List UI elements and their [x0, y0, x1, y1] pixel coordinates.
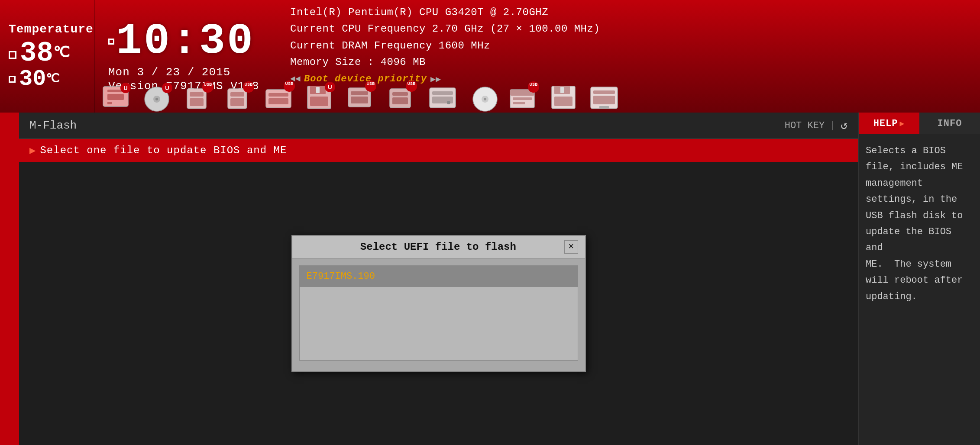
- svg-rect-39: [392, 97, 408, 104]
- tab-info-label: INFO: [938, 118, 962, 129]
- boot-icon-5[interactable]: USB: [262, 80, 301, 113]
- left-sidebar-strip: [0, 113, 19, 445]
- sysinfo-line4: Memory Size : 4096 MB: [290, 54, 967, 71]
- svg-rect-52: [513, 102, 525, 104]
- svg-rect-17: [230, 92, 244, 97]
- panel-content: Select UEFI file to flash × E7917IMS.190: [19, 162, 858, 445]
- dialog-title: Select UEFI file to flash: [312, 241, 565, 253]
- svg-rect-2: [107, 94, 124, 100]
- svg-text:USB: USB: [366, 81, 375, 86]
- svg-rect-23: [268, 98, 288, 104]
- temperature-label: Temperature: [9, 23, 94, 36]
- svg-rect-61: [593, 96, 615, 104]
- mobo-temp-display: 30 ℃: [9, 68, 59, 90]
- clock-display: 10:30: [108, 20, 255, 63]
- dialog-close-button[interactable]: ×: [564, 240, 578, 254]
- right-tabs: HELP ▶ INFO: [859, 113, 980, 134]
- svg-text:U: U: [165, 85, 169, 91]
- breadcrumb-arrow-icon: ▶: [29, 144, 36, 157]
- svg-text:U: U: [328, 84, 332, 90]
- svg-rect-33: [351, 91, 368, 95]
- svg-rect-58: [554, 97, 572, 106]
- boot-icon-2[interactable]: U: [140, 80, 178, 113]
- boot-icon-8[interactable]: USB: [385, 80, 423, 113]
- hotkey-label: HOT KEY: [785, 120, 825, 131]
- cpu-temp-value: 38: [20, 39, 53, 67]
- tab-help[interactable]: HELP ▶: [859, 113, 919, 134]
- right-content: Selects a BIOSfile, includes MEmanagemen…: [859, 134, 980, 445]
- hotkey-separator: |: [830, 120, 835, 131]
- right-panel: HELP ▶ INFO Selects a BIOSfile, includes…: [859, 113, 980, 445]
- svg-point-48: [484, 98, 486, 100]
- sysinfo-line1: Intel(R) Pentium(R) CPU G3420T @ 2.70GHZ: [290, 4, 967, 21]
- svg-rect-18: [230, 98, 244, 106]
- svg-rect-38: [392, 92, 408, 96]
- cpu-temp-indicator: [9, 51, 16, 59]
- svg-rect-22: [268, 93, 288, 97]
- sysinfo-line3: Current DRAM Frequency 1600 MHz: [290, 38, 967, 54]
- clock-time: 10:30: [116, 17, 255, 66]
- svg-rect-28: [316, 87, 320, 93]
- panel-header: M-Flash HOT KEY | ↺: [19, 113, 858, 139]
- panel-breadcrumb: ▶ Select one file to update BIOS and ME: [19, 139, 858, 162]
- panel-hotkey-area: HOT KEY | ↺: [785, 119, 847, 132]
- boot-icons-row: U U USB: [95, 78, 980, 113]
- boot-icon-1[interactable]: U: [100, 80, 138, 113]
- panel-title: M-Flash: [29, 119, 77, 132]
- svg-rect-12: [190, 92, 204, 97]
- svg-text:USB: USB: [529, 82, 538, 87]
- svg-text:USB: USB: [204, 82, 212, 87]
- svg-point-45: [447, 101, 450, 104]
- boot-icon-10[interactable]: [466, 80, 504, 113]
- mobo-temp-unit: ℃: [46, 73, 59, 85]
- svg-rect-62: [599, 106, 609, 109]
- help-text: Selects a BIOSfile, includes MEmanagemen…: [866, 143, 973, 305]
- sysinfo-line2: Current CPU Frequency 2.70 GHz (27 × 100…: [290, 21, 967, 37]
- temperature-section: Temperature 38 ℃ 30 ℃: [0, 0, 95, 113]
- tab-info[interactable]: INFO: [919, 113, 980, 134]
- file-list: E7917IMS.190: [299, 265, 578, 361]
- cpu-temp-display: 38 ℃: [9, 39, 70, 67]
- svg-text:USB: USB: [407, 81, 416, 86]
- boot-icon-4[interactable]: USB: [222, 80, 260, 113]
- svg-text:U: U: [123, 85, 127, 91]
- top-bar: Temperature 38 ℃ 30 ℃ 10:30 Mon 3 / 23 /…: [0, 0, 980, 113]
- mobo-temp-value: 30: [19, 68, 46, 90]
- boot-icon-11[interactable]: USB: [507, 80, 545, 113]
- tab-help-label: HELP: [873, 118, 898, 129]
- boot-icon-3[interactable]: USB: [181, 80, 219, 113]
- svg-rect-3: [107, 102, 112, 104]
- back-button[interactable]: ↺: [841, 119, 847, 132]
- mobo-temp-indicator: [9, 76, 16, 83]
- svg-rect-60: [593, 90, 615, 94]
- boot-icon-13[interactable]: [588, 80, 626, 113]
- svg-text:USB: USB: [244, 82, 253, 87]
- main-area: M-Flash HOT KEY | ↺ ▶ Select one file to…: [0, 113, 980, 445]
- svg-rect-57: [560, 87, 564, 93]
- file-item-0[interactable]: E7917IMS.190: [300, 266, 578, 287]
- boot-icon-12[interactable]: [547, 80, 585, 113]
- breadcrumb-text: Select one file to update BIOS and ME: [40, 145, 287, 156]
- svg-point-8: [155, 98, 158, 100]
- boot-icon-6[interactable]: U: [303, 80, 341, 113]
- svg-text:USB: USB: [285, 81, 294, 86]
- svg-rect-34: [351, 97, 368, 103]
- uefi-flash-dialog: Select UEFI file to flash × E7917IMS.190: [291, 235, 586, 372]
- boot-icon-7[interactable]: USB: [344, 80, 382, 113]
- cpu-temp-unit: ℃: [53, 46, 70, 61]
- boot-icon-9[interactable]: [425, 80, 463, 113]
- svg-rect-13: [190, 98, 204, 106]
- left-panel: M-Flash HOT KEY | ↺ ▶ Select one file to…: [19, 113, 859, 445]
- dialog-body: E7917IMS.190: [292, 258, 585, 371]
- svg-rect-43: [432, 91, 453, 95]
- svg-rect-29: [310, 97, 328, 106]
- svg-rect-51: [513, 97, 532, 100]
- tab-help-arrow: ▶: [899, 119, 905, 128]
- dialog-titlebar: Select UEFI file to flash ×: [292, 236, 585, 258]
- clock-date: Mon 3 / 23 / 2015: [108, 66, 230, 79]
